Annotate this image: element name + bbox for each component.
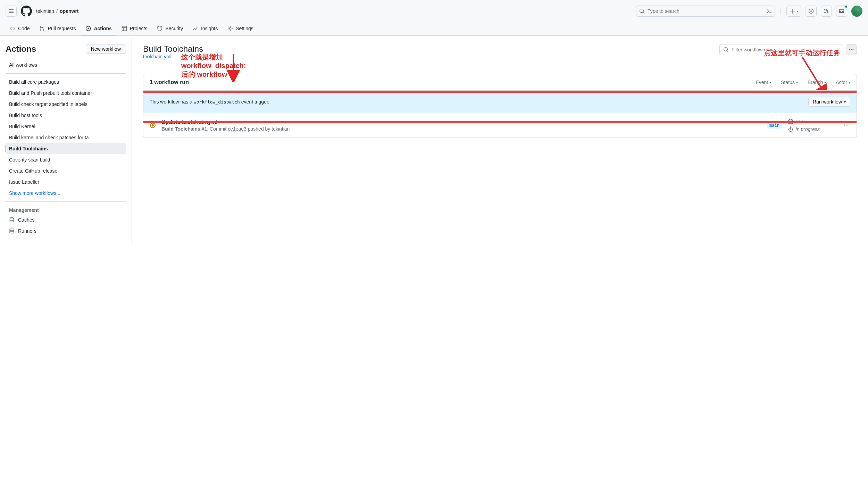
database-icon (9, 217, 15, 223)
workflow-list: All workflows Build all core packagesBui… (6, 59, 126, 237)
sidebar-item-workflow[interactable]: Build check target specified in labels (6, 99, 126, 110)
svg-point-20 (846, 124, 847, 125)
svg-point-1 (810, 10, 812, 12)
tab-settings[interactable]: Settings (223, 22, 258, 35)
caret-down-icon: ▾ (769, 81, 771, 84)
caret-down-icon: ▾ (849, 81, 850, 84)
tab-projects[interactable]: Projects (117, 22, 152, 35)
search-input[interactable] (648, 8, 763, 14)
run-meta: now In progress (788, 119, 836, 132)
code-icon (10, 26, 15, 31)
sidebar-item-caches[interactable]: Caches (6, 214, 126, 225)
filter-runs[interactable] (719, 44, 843, 55)
pull-requests-button[interactable] (821, 6, 832, 17)
issues-button[interactable] (806, 6, 817, 17)
sidebar-item-workflow[interactable]: Create GitHub release (6, 165, 126, 176)
tab-pull-requests[interactable]: Pull requests (35, 22, 80, 35)
tab-settings-label: Settings (236, 26, 253, 31)
gear-icon (227, 26, 233, 31)
avatar[interactable] (851, 6, 862, 17)
global-search[interactable] (636, 6, 775, 17)
svg-point-16 (152, 124, 154, 127)
breadcrumb-owner[interactable]: tekintian (36, 8, 54, 14)
show-more-workflows[interactable]: Show more workflows... (6, 188, 126, 199)
main: Build Toolchains toolchain.yml 这个就是增加 wo… (132, 36, 868, 245)
search-icon (639, 8, 645, 14)
branch-pill[interactable]: main (767, 122, 782, 129)
svg-point-5 (10, 218, 14, 219)
svg-rect-7 (10, 231, 14, 233)
caret-down-icon: ▾ (844, 100, 846, 104)
create-new-button[interactable]: ▾ (786, 6, 801, 17)
tab-insights[interactable]: Insights (189, 22, 222, 35)
run-main: Update toolchain.yml Build Toolchains #1… (161, 119, 761, 132)
server-icon (9, 228, 15, 234)
github-logo[interactable] (21, 6, 32, 17)
workflow-file-link[interactable]: toolchain.yml (143, 54, 172, 59)
runs-header: 1 workflow run Event▾ Status▾ Branch▾ Ac… (143, 74, 857, 90)
stopwatch-icon (788, 126, 793, 132)
tab-actions-label: Actions (94, 26, 111, 31)
tab-code[interactable]: Code (6, 22, 34, 35)
filter-branch[interactable]: Branch▾ (808, 80, 826, 85)
svg-point-8 (10, 230, 11, 230)
hamburger-button[interactable] (6, 6, 17, 17)
dispatch-code: workflow_dispatch (194, 99, 240, 105)
filter-status[interactable]: Status▾ (781, 80, 798, 85)
in-progress-icon (150, 122, 156, 129)
sidebar-item-workflow[interactable]: Build Toolchains (6, 143, 126, 154)
svg-point-4 (229, 28, 231, 30)
shield-icon (157, 26, 162, 31)
sidebar-item-runners[interactable]: Runners (6, 225, 126, 237)
notification-dot (844, 5, 848, 8)
run-workflow-button[interactable]: Run workflow ▾ (808, 97, 850, 107)
menu-icon (8, 8, 14, 14)
run-workflow-label: Run workflow (813, 99, 842, 105)
svg-rect-17 (788, 120, 793, 124)
sidebar-item-all-workflows[interactable]: All workflows (6, 59, 126, 71)
svg-rect-3 (122, 26, 126, 31)
repo-nav: Code Pull requests Actions Projects Secu… (0, 22, 868, 36)
run-duration: In progress (788, 126, 836, 132)
sidebar-item-workflow[interactable]: Build and Push prebuilt tools container (6, 88, 126, 99)
project-icon (122, 26, 127, 31)
workflow-dispatch-banner: This workflow has a workflow_dispatch ev… (143, 90, 857, 113)
breadcrumb-separator: / (56, 8, 58, 14)
svg-point-11 (851, 49, 852, 50)
git-pull-request-icon (824, 8, 829, 14)
title-block: Build Toolchains toolchain.yml 这个就是增加 wo… (143, 44, 203, 59)
sidebar-item-workflow[interactable]: Issue Labeller (6, 176, 126, 188)
graph-icon (193, 26, 198, 31)
play-icon (85, 26, 91, 31)
main-header: Build Toolchains toolchain.yml 这个就是增加 wo… (143, 44, 857, 59)
commit-link[interactable]: ce1eae3 (228, 126, 247, 132)
run-title[interactable]: Update toolchain.yml (161, 119, 218, 125)
layout: Actions New workflow All workflows Build… (0, 36, 868, 245)
inbox-icon (839, 8, 844, 14)
caret-down-icon: ▾ (796, 9, 798, 13)
sidebar-item-workflow[interactable]: Build kernel and check patches for ta... (6, 132, 126, 143)
svg-point-9 (10, 232, 11, 233)
svg-point-21 (848, 124, 849, 125)
sidebar-item-workflow[interactable]: Coverity scan build (6, 154, 126, 165)
filter-event[interactable]: Event▾ (756, 80, 771, 85)
sidebar-title: Actions (6, 44, 36, 54)
workflow-menu-button[interactable] (846, 44, 857, 55)
svg-point-12 (853, 49, 854, 50)
sidebar: Actions New workflow All workflows Build… (0, 36, 132, 245)
sidebar-item-workflow[interactable]: Build Kernel (6, 121, 126, 132)
filter-actor[interactable]: Actor▾ (836, 80, 850, 85)
git-pull-request-icon (39, 26, 45, 31)
kebab-icon (849, 47, 854, 52)
sidebar-item-workflow[interactable]: Build all core packages (6, 76, 126, 88)
new-workflow-button[interactable]: New workflow (86, 44, 126, 54)
sidebar-item-workflow[interactable]: Build host tools (6, 110, 126, 121)
tab-security-label: Security (165, 26, 183, 31)
breadcrumb: tekintian / openwrt (36, 8, 79, 14)
tab-pulls-label: Pull requests (48, 26, 76, 31)
tab-actions[interactable]: Actions (81, 22, 116, 35)
breadcrumb-repo[interactable]: openwrt (60, 8, 78, 14)
tab-security[interactable]: Security (153, 22, 187, 35)
run-menu-button[interactable] (842, 121, 850, 130)
filter-runs-input[interactable] (732, 47, 839, 52)
